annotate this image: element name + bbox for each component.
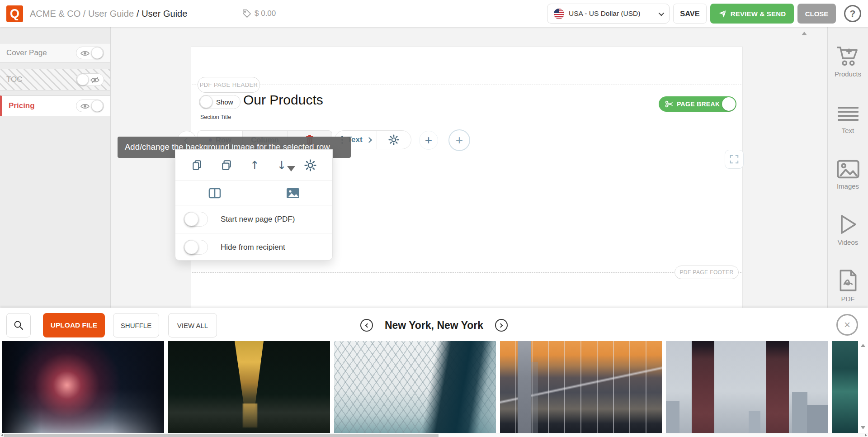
paper-plane-icon bbox=[718, 10, 727, 18]
pdf-footer-divider bbox=[192, 272, 741, 273]
strip-scroll-up-arrow[interactable] bbox=[861, 344, 865, 347]
visibility-toggle[interactable] bbox=[76, 47, 104, 59]
image-browser-panel: UPLOAD FILE SHUFFLE VIEW ALL New York, N… bbox=[0, 308, 868, 437]
columns-layout-button[interactable] bbox=[175, 181, 254, 205]
cart-plus-icon bbox=[836, 44, 860, 67]
sidebar-item-cover-page[interactable]: Cover Page bbox=[0, 43, 110, 63]
pdf-page-header-pill: PDF PAGE HEADER bbox=[198, 77, 260, 93]
chevron-down-icon bbox=[659, 10, 665, 16]
sidebar-item-images[interactable]: Images bbox=[828, 159, 868, 190]
text-settings-button[interactable] bbox=[377, 134, 411, 145]
upload-file-button[interactable]: UPLOAD FILE bbox=[43, 313, 105, 337]
photo-thumbnail-snowy-neon-street[interactable] bbox=[2, 341, 164, 433]
close-image-browser-button[interactable]: × bbox=[836, 314, 858, 336]
photo-strip bbox=[0, 341, 868, 433]
save-button[interactable]: SAVE bbox=[673, 4, 707, 24]
row-actions: ↑ ↓ bbox=[175, 150, 332, 180]
toggle-knob bbox=[722, 97, 736, 111]
pdf-file-icon bbox=[838, 269, 859, 292]
sidebar-item-pricing[interactable]: Pricing bbox=[0, 95, 110, 116]
scroll-left-arrow[interactable] bbox=[1, 434, 3, 437]
strip-scroll-down-arrow[interactable] bbox=[861, 426, 865, 429]
save-label: SAVE bbox=[680, 10, 700, 18]
header-actions: USA - US Dollar (USD) SAVE REVIEW & SEND… bbox=[547, 4, 861, 24]
pdf-header-divider bbox=[192, 85, 741, 85]
play-icon bbox=[838, 214, 859, 235]
toggle-knob bbox=[91, 100, 103, 112]
section-label: Cover Page bbox=[6, 48, 76, 57]
shuffle-button[interactable]: SHUFFLE bbox=[113, 313, 159, 337]
start-new-page-toggle[interactable] bbox=[184, 212, 208, 227]
pdf-page-header-label: PDF PAGE HEADER bbox=[200, 81, 258, 88]
scroll-up-arrow[interactable] bbox=[802, 32, 807, 35]
app-logo[interactable]: Q bbox=[6, 5, 23, 22]
photo-thumbnail-teal-waterfront-partial[interactable] bbox=[832, 341, 858, 433]
show-title-toggle[interactable]: Show bbox=[199, 95, 241, 109]
scroll-right-arrow[interactable] bbox=[865, 434, 867, 437]
text-lines-icon bbox=[838, 105, 859, 121]
tooltip-arrow bbox=[287, 166, 295, 171]
toggle-knob bbox=[91, 47, 103, 59]
sidebar-item-text[interactable]: Text bbox=[828, 105, 868, 134]
previous-collection-button[interactable] bbox=[360, 319, 373, 332]
photo-thumbnail-manhattanhenge-avenue[interactable] bbox=[168, 341, 330, 433]
columns-icon bbox=[208, 188, 221, 199]
photo-thumbnail-suspension-bridge-sunset[interactable] bbox=[500, 341, 662, 433]
sidebar-label: Text bbox=[842, 127, 854, 134]
hide-from-recipient-row: Hide from recipient bbox=[175, 233, 332, 261]
add-block-button[interactable]: + bbox=[419, 131, 438, 150]
section-subtitle: Section Title bbox=[200, 114, 231, 120]
background-image-button[interactable] bbox=[254, 181, 333, 205]
sidebar-label: Products bbox=[835, 70, 861, 78]
sidebar-item-products[interactable]: Products bbox=[828, 44, 868, 78]
toggle-knob bbox=[200, 95, 212, 108]
sidebar-label: PDF bbox=[841, 295, 855, 303]
view-all-label: VIEW ALL bbox=[177, 322, 208, 329]
view-all-button[interactable]: VIEW ALL bbox=[168, 313, 217, 337]
visibility-toggle[interactable] bbox=[76, 73, 104, 86]
row-content-type bbox=[175, 180, 332, 205]
top-bar: Q ACME & CO / User Guide / User Guide $ … bbox=[0, 0, 868, 27]
close-button[interactable]: CLOSE bbox=[797, 4, 836, 24]
photo-thumbnail-bridge-columns-skyline[interactable] bbox=[666, 341, 828, 433]
review-send-label: REVIEW & SEND bbox=[731, 10, 786, 18]
scrollbar-thumb[interactable] bbox=[4, 434, 439, 437]
photo-thumbnail-glass-lattice-facade[interactable] bbox=[334, 341, 496, 433]
move-up-icon[interactable]: ↑ bbox=[250, 159, 259, 172]
sidebar-item-toc[interactable]: TOC bbox=[0, 69, 110, 90]
hide-from-recipient-label: Hide from recipient bbox=[221, 243, 285, 252]
review-send-button[interactable]: REVIEW & SEND bbox=[710, 4, 794, 24]
section-heading[interactable]: Our Products bbox=[243, 92, 323, 108]
breadcrumb-parent[interactable]: ACME & CO / User Guide bbox=[30, 9, 134, 19]
move-down-icon[interactable]: ↓ bbox=[277, 159, 287, 172]
chevron-left-icon bbox=[365, 323, 369, 328]
sidebar-item-videos[interactable]: Videos bbox=[828, 214, 868, 246]
breadcrumb-current: / User Guide bbox=[137, 9, 187, 19]
price-tag-icon bbox=[242, 9, 251, 18]
gear-icon bbox=[388, 134, 399, 145]
close-label: CLOSE bbox=[805, 10, 829, 18]
start-new-page-label: Start new page (PDF) bbox=[221, 215, 295, 224]
search-icon bbox=[13, 320, 24, 331]
toggle-knob bbox=[184, 240, 198, 254]
show-toggle-label: Show bbox=[216, 98, 233, 106]
search-button[interactable] bbox=[6, 313, 31, 337]
hide-from-recipient-toggle[interactable] bbox=[184, 240, 208, 255]
duplicate-icon[interactable] bbox=[221, 159, 232, 171]
toggle-knob bbox=[77, 74, 89, 86]
help-button[interactable]: ? bbox=[844, 5, 861, 22]
add-row-button[interactable]: + bbox=[448, 129, 470, 151]
next-collection-button[interactable] bbox=[495, 319, 508, 332]
document-price: $ 0.00 bbox=[242, 0, 276, 27]
sidebar-item-pdf[interactable]: PDF bbox=[828, 269, 868, 303]
copy-icon[interactable] bbox=[191, 159, 203, 171]
close-x-icon: × bbox=[844, 318, 850, 331]
us-flag-icon bbox=[554, 9, 564, 19]
currency-selector[interactable]: USA - US Dollar (USD) bbox=[547, 4, 670, 24]
visibility-toggle[interactable] bbox=[76, 100, 104, 112]
gear-icon[interactable] bbox=[304, 159, 316, 171]
toggle-knob bbox=[184, 212, 198, 226]
fullscreen-button[interactable] bbox=[725, 150, 744, 169]
page-break-toggle[interactable]: PAGE BREAK bbox=[659, 96, 736, 112]
horizontal-scrollbar[interactable] bbox=[0, 433, 868, 437]
